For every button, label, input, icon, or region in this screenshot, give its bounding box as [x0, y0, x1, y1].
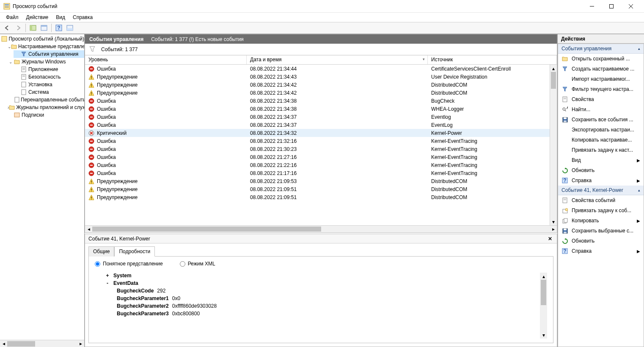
table-row[interactable]: Предупреждение08.08.2022 21:09:51Distrib… — [85, 193, 550, 201]
table-row[interactable]: Ошибка08.08.2022 21:22:16Kernel-EventTra… — [85, 161, 550, 169]
detail-close-button[interactable]: ✕ — [547, 235, 553, 242]
table-row[interactable]: Ошибка08.08.2022 21:17:16Kernel-EventTra… — [85, 169, 550, 177]
tree-app-service-logs[interactable]: ›Журналы приложений и служб — [7, 104, 84, 111]
back-button[interactable] — [3, 23, 12, 33]
scroll-up-icon[interactable]: ▴ — [550, 65, 557, 72]
actions-pane: Действия События управления ▴ Открыть со… — [558, 34, 644, 347]
tree-security[interactable]: Безопасность — [14, 73, 84, 81]
cell-datetime: 08.08.2022 21:34:38 — [247, 106, 428, 112]
action-item[interactable]: Копировать▶ — [558, 216, 644, 226]
menu-help[interactable]: Справка — [69, 14, 96, 21]
action-item[interactable]: Создать настраиваемое ... — [558, 64, 644, 74]
table-row[interactable]: Ошибка08.08.2022 21:30:23Kernel-EventTra… — [85, 145, 550, 153]
radio-friendly[interactable]: Понятное представление — [95, 261, 163, 267]
tree-application[interactable]: Приложение — [14, 66, 84, 73]
filter-icon — [20, 51, 27, 57]
table-row[interactable]: Предупреждение08.08.2022 21:09:51Distrib… — [85, 185, 550, 193]
actions-section1-header[interactable]: События управления ▴ — [558, 44, 644, 54]
col-level[interactable]: Уровень — [85, 55, 247, 64]
action-item[interactable]: Обновить — [558, 165, 644, 175]
scroll-left-icon[interactable]: ◂ — [0, 340, 7, 347]
table-row[interactable]: Ошибка08.08.2022 21:34:38WHEA-Logger — [85, 105, 550, 113]
table-row[interactable]: Предупреждение08.08.2022 21:09:53Distrib… — [85, 177, 550, 185]
action-item[interactable]: Привязать задачу к соб... — [558, 205, 644, 216]
scroll-thumb[interactable] — [92, 227, 321, 232]
tree-forwarded[interactable]: Перенаправленные события — [14, 96, 84, 104]
action-item[interactable]: Привязать задачу к наст... — [558, 145, 644, 155]
tree-setup[interactable]: Установка — [14, 81, 84, 88]
table-row[interactable]: Предупреждение08.08.2022 21:34:42Distrib… — [85, 81, 550, 89]
scroll-right-icon[interactable]: ▸ — [77, 340, 84, 347]
toggle-preview-button[interactable] — [65, 23, 74, 33]
action-item[interactable]: Экспортировать настраи... — [558, 125, 644, 135]
scroll-left-icon[interactable]: ◂ — [85, 226, 92, 232]
table-row[interactable]: Ошибка08.08.2022 21:27:16Kernel-EventTra… — [85, 153, 550, 161]
scroll-up-icon[interactable]: ▴ — [540, 273, 547, 280]
table-row[interactable]: Ошибка08.08.2022 21:34:38BugCheck — [85, 97, 550, 105]
grid-hscrollbar[interactable]: ◂ ▸ — [85, 225, 557, 232]
properties-button[interactable] — [39, 23, 49, 33]
tree-root[interactable]: Просмотр событий (Локальный) — [0, 35, 84, 43]
action-item[interactable]: Открыть сохраненный ... — [558, 54, 644, 64]
tree-hscrollbar[interactable]: ◂ ▸ — [0, 340, 84, 347]
table-row[interactable]: Предупреждение08.08.2022 21:34:42Distrib… — [85, 89, 550, 97]
col-source[interactable]: Источник — [428, 55, 557, 64]
action-item[interactable]: AНайти... — [558, 104, 644, 115]
scroll-right-icon[interactable]: ▸ — [550, 226, 557, 232]
tree-subscriptions[interactable]: Подписки — [7, 111, 84, 119]
action-item[interactable]: Фильтр текущего настра... — [558, 84, 644, 94]
tab-general[interactable]: Общие — [88, 246, 114, 257]
help-button[interactable]: ? — [54, 23, 63, 33]
maximize-button[interactable] — [602, 0, 621, 13]
filter-icon — [561, 86, 568, 93]
action-item[interactable]: Обновить — [558, 236, 644, 246]
table-row[interactable]: Ошибка08.08.2022 21:34:37Eventlog — [85, 113, 550, 121]
action-item[interactable]: ?Справка▶ — [558, 175, 644, 186]
action-item[interactable]: Сохранить выбранные с... — [558, 226, 644, 236]
menu-action[interactable]: Действие — [23, 14, 52, 21]
action-item[interactable]: Копировать настраивае... — [558, 135, 644, 145]
close-button[interactable] — [621, 0, 641, 13]
warning-icon — [88, 178, 94, 184]
table-row[interactable]: Ошибка08.08.2022 21:34:37EventLog — [85, 121, 550, 129]
blank-icon — [561, 137, 568, 143]
twisty-open-icon[interactable]: ⌄ — [8, 60, 14, 64]
action-item[interactable]: Сохранить все события ... — [558, 115, 644, 125]
tree-system[interactable]: Система — [14, 88, 84, 96]
tab-details[interactable]: Подробности — [114, 246, 155, 257]
action-item[interactable]: ?Справка▶ — [558, 246, 644, 256]
detail-vscrollbar[interactable]: ▴ ▾ — [540, 273, 547, 339]
action-item[interactable]: Свойства — [558, 94, 644, 104]
radio-xml-input[interactable] — [180, 261, 185, 267]
table-row[interactable]: Предупреждение08.08.2022 21:34:43User De… — [85, 73, 550, 81]
radio-xml[interactable]: Режим XML — [180, 261, 215, 267]
scroll-thumb[interactable] — [541, 280, 546, 305]
forward-button[interactable] — [14, 23, 23, 33]
twisty-open-icon[interactable]: ⌄ — [8, 44, 11, 49]
radio-friendly-input[interactable] — [95, 261, 100, 267]
grid-vscrollbar[interactable]: ▴ ▾ — [550, 65, 557, 225]
expand-system-button[interactable]: + — [105, 273, 110, 279]
title-bar: Просмотр событий — [0, 0, 644, 13]
scroll-thumb[interactable] — [551, 72, 556, 89]
action-item[interactable]: Свойства событий — [558, 195, 644, 205]
menu-view[interactable]: Вид — [52, 14, 69, 21]
minimize-button[interactable] — [582, 0, 602, 13]
col-datetime[interactable]: Дата и время▾ — [247, 55, 428, 64]
scroll-down-icon[interactable]: ▾ — [540, 331, 547, 339]
svg-rect-80 — [564, 219, 567, 222]
tree-custom-views[interactable]: ⌄ Настраиваемые представления — [7, 43, 84, 50]
menu-file[interactable]: Файл — [3, 14, 22, 21]
actions-section2-header[interactable]: Событие 41, Kernel-Power ▴ — [558, 186, 644, 195]
table-row[interactable]: Ошибка08.08.2022 21:32:16Kernel-EventTra… — [85, 137, 550, 145]
scroll-down-icon[interactable]: ▾ — [550, 218, 557, 225]
table-row[interactable]: Критический08.08.2022 21:34:32Kernel-Pow… — [85, 129, 550, 137]
action-item[interactable]: Импорт настраиваемог... — [558, 74, 644, 84]
tree-windows-logs[interactable]: ⌄ Журналы Windows — [7, 58, 84, 66]
scroll-thumb[interactable] — [7, 341, 35, 347]
show-hide-tree-button[interactable] — [28, 23, 38, 33]
table-row[interactable]: Ошибка08.08.2022 21:34:44CertificateServ… — [85, 65, 550, 73]
collapse-eventdata-button[interactable]: - — [105, 280, 110, 286]
tree-admin-events[interactable]: События управления — [14, 50, 84, 58]
action-item[interactable]: Вид▶ — [558, 155, 644, 165]
